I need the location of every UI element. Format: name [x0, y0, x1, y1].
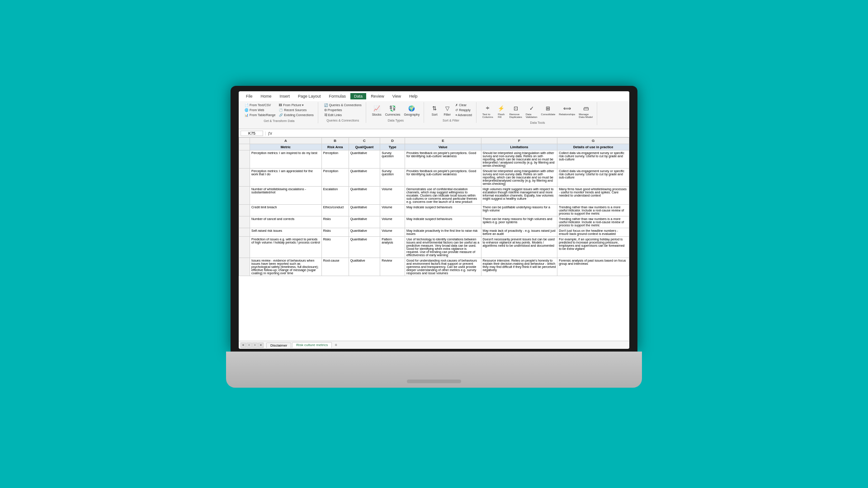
btn-manage-data-model[interactable]: 🗃 ManageData Model	[577, 103, 594, 119]
cell-limitations-3[interactable]: High volumes might suggest issues with r…	[481, 187, 557, 205]
cell-metric-2[interactable]: Perception metrics: I am appreciated for…	[250, 169, 322, 187]
cell-risk-area-8[interactable]: Root-cause	[321, 258, 349, 276]
btn-relationships[interactable]: ⟺ Relationships	[557, 103, 576, 117]
cell-metric-7[interactable]: Prediction of issues e.g. with respect t…	[250, 237, 322, 258]
cell-value-7[interactable]: Use of technology to identify correlatio…	[405, 237, 481, 258]
cell-qual-quant-2[interactable]: Quantitative	[349, 169, 380, 187]
cell-details-6[interactable]: Don't just focus on the headline numbers…	[557, 228, 629, 237]
btn-reapply[interactable]: ↺ Reapply	[454, 108, 473, 113]
cell-details-1[interactable]: Collect data via engagement survey or sp…	[557, 150, 629, 169]
cell-value-3[interactable]: Demonstrates use of confidential escalat…	[405, 187, 481, 205]
cell-type-8[interactable]: Review	[380, 258, 405, 276]
cell-risk-area-2[interactable]: Perception	[321, 169, 349, 187]
cell-details-5[interactable]: Trending rather than raw numbers is a mo…	[557, 216, 629, 228]
name-box[interactable]	[241, 131, 263, 136]
add-sheet-button[interactable]: +	[333, 343, 339, 347]
tab-help[interactable]: Help	[406, 93, 421, 99]
cell-qual-quant-3[interactable]: Quantitative	[349, 187, 380, 205]
tab-formulas[interactable]: Formulas	[326, 93, 350, 99]
cell-metric-3[interactable]: Number of whistleblowing escalations - s…	[250, 187, 322, 205]
cell-limitations-6[interactable]: May mask lack of proactivity - e.g. issu…	[481, 228, 557, 237]
cell-type-6[interactable]: Volume	[380, 228, 405, 237]
cell-details-4[interactable]: Trending rather than raw numbers is a mo…	[557, 205, 629, 216]
btn-from-table-range[interactable]: 📊 From Table/Range	[243, 113, 277, 117]
tab-insert[interactable]: Insert	[276, 93, 294, 99]
btn-sort[interactable]: ⇅ Sort	[429, 103, 440, 117]
cell-risk-area-3[interactable]: Escalation	[321, 187, 349, 205]
btn-stocks[interactable]: 📈 Stocks	[371, 103, 383, 117]
btn-filter[interactable]: ▽ Filter	[441, 103, 453, 117]
cell-metric-8[interactable]: Issues review - evidence of behaviours w…	[250, 258, 322, 276]
cell-details-7[interactable]: For example, if an upcoming holiday peri…	[557, 237, 629, 258]
cell-limitations-2[interactable]: Should be interpreted using triangulatio…	[481, 169, 557, 187]
sheet-tab-disclaimer[interactable]: Disclaimer	[266, 343, 291, 348]
cell-qual-quant-1[interactable]: Quantitative	[349, 150, 380, 169]
spreadsheet[interactable]: A B C D E F G Metric	[239, 137, 629, 341]
cell-type-2[interactable]: Survey question	[380, 169, 405, 187]
btn-clear[interactable]: ✗ Clear	[454, 103, 473, 108]
btn-remove-duplicates[interactable]: ⊡ RemoveDuplicates	[508, 103, 524, 119]
cell-limitations-1[interactable]: Should be interpreted using triangulatio…	[481, 150, 557, 169]
cell-type-4[interactable]: Volume	[380, 205, 405, 216]
sheet-nav-prev[interactable]: ‹	[246, 343, 252, 348]
btn-from-text-csv[interactable]: 📄 From Text/CSV	[243, 103, 277, 108]
cell-value-6[interactable]: May indicate proactively in the first li…	[405, 228, 481, 237]
cell-type-5[interactable]: Volume	[380, 216, 405, 228]
btn-flash-fill[interactable]: ⚡ FlashFill	[495, 103, 507, 119]
cell-type-7[interactable]: Pattern analysis	[380, 237, 405, 258]
btn-from-web[interactable]: 🌐 From Web	[243, 108, 277, 113]
cell-details-3[interactable]: Many firms have good whistleblowing proc…	[557, 187, 629, 205]
cell-qual-quant-5[interactable]: Quantitative	[349, 216, 380, 228]
cell-details-2[interactable]: Collect data via engagement survey or sp…	[557, 169, 629, 187]
cell-risk-area-1[interactable]: Perception	[321, 150, 349, 169]
cell-limitations-4[interactable]: There can be justifiable underlying reas…	[481, 205, 557, 216]
col-header-g: G	[557, 138, 629, 144]
btn-from-picture[interactable]: 🖼 From Picture ▾	[278, 103, 315, 108]
cell-value-4[interactable]: May indicate suspect behaviours	[405, 205, 481, 216]
btn-data-validation[interactable]: ✓ DataValidation	[524, 103, 539, 119]
cell-limitations-7[interactable]: Doesn't necessarily prevent issues but c…	[481, 237, 557, 258]
btn-advanced[interactable]: ≡ Advanced	[454, 113, 473, 117]
btn-edit-links[interactable]: ⛓ Edit Links	[323, 113, 363, 117]
tab-home[interactable]: Home	[257, 93, 275, 99]
cell-metric-6[interactable]: Self-raised risk issues	[250, 228, 322, 237]
sheet-nav-next[interactable]: ›	[252, 343, 258, 348]
formula-input[interactable]	[274, 131, 627, 136]
cell-type-3[interactable]: Volume	[380, 187, 405, 205]
btn-geography[interactable]: 🌍 Geography	[403, 103, 421, 117]
cell-qual-quant-8[interactable]: Qualitative	[349, 258, 380, 276]
sheet-tab-risk-culture[interactable]: Risk culture metrics	[292, 342, 332, 348]
tab-review[interactable]: Review	[367, 93, 388, 99]
cell-qual-quant-6[interactable]: Quantitative	[349, 228, 380, 237]
tab-data[interactable]: Data	[350, 93, 366, 99]
btn-properties[interactable]: ⚙ Properties	[323, 108, 363, 113]
btn-text-to-columns[interactable]: ⫩ Text toColumns	[481, 103, 495, 119]
tab-page-layout[interactable]: Page Layout	[294, 93, 325, 99]
cell-details-8[interactable]: Forensic analysis of past issues based o…	[557, 258, 629, 276]
cell-risk-area-4[interactable]: Ethics/conduct	[321, 205, 349, 216]
btn-existing-connections[interactable]: 🔗 Existing Connections	[278, 113, 315, 117]
sheet-nav-first[interactable]: «	[241, 343, 246, 348]
cell-risk-area-6[interactable]: Risks	[321, 228, 349, 237]
cell-value-1[interactable]: Provides feedback on people's perception…	[405, 150, 481, 169]
cell-metric-4[interactable]: Credit limit breach	[250, 205, 322, 216]
btn-currencies[interactable]: 💱 Currencies	[384, 103, 402, 117]
cell-metric-5[interactable]: Number of cancel and corrects	[250, 216, 322, 228]
tab-file[interactable]: File	[242, 93, 256, 99]
cell-value-5[interactable]: May indicate suspect behaviours	[405, 216, 481, 228]
btn-recent-sources[interactable]: 🕐 Recent Sources	[278, 108, 315, 113]
sheet-nav-last[interactable]: »	[258, 343, 264, 348]
cell-type-1[interactable]: Survey question	[380, 150, 405, 169]
cell-qual-quant-7[interactable]: Quantitative	[349, 237, 380, 258]
cell-qual-quant-4[interactable]: Quantitative	[349, 205, 380, 216]
btn-consolidate[interactable]: ⊞ Consolidate	[540, 103, 557, 117]
cell-value-8[interactable]: Good for understanding root-causes of be…	[405, 258, 481, 276]
tab-view[interactable]: View	[389, 93, 405, 99]
cell-limitations-5[interactable]: There can be many reasons for high volum…	[481, 216, 557, 228]
cell-value-2[interactable]: Provides feedback on people's perception…	[405, 169, 481, 187]
cell-risk-area-5[interactable]: Risks	[321, 216, 349, 228]
cell-limitations-8[interactable]: Resource intensive. Relies on people's h…	[481, 258, 557, 276]
btn-queries-connections[interactable]: 🔄 Queries & Connections	[323, 103, 363, 108]
cell-metric-1[interactable]: Perception metrics: I am inspired to do …	[250, 150, 322, 169]
cell-risk-area-7[interactable]: Risks	[321, 237, 349, 258]
